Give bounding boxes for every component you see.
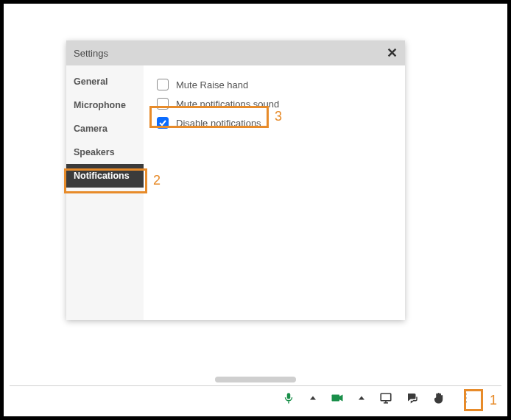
settings-content: Mute Raise hand Mute notifications sound…	[144, 65, 405, 320]
camera-icon[interactable]	[331, 391, 344, 405]
checkbox-mute-raise-hand[interactable]	[157, 79, 169, 90]
microphone-icon[interactable]	[282, 391, 295, 405]
settings-panel-body: General Microphone Camera Speakers Notif…	[66, 65, 405, 320]
settings-sidebar: General Microphone Camera Speakers Notif…	[66, 65, 144, 320]
option-disable-notifications: Disable notifications	[155, 114, 393, 132]
sidebar-item-general[interactable]: General	[66, 70, 144, 93]
sidebar-item-microphone[interactable]: Microphone	[66, 93, 144, 117]
sidebar-item-label: Microphone	[74, 100, 126, 110]
option-label: Mute Raise hand	[176, 79, 248, 90]
resize-handle[interactable]	[215, 377, 296, 382]
settings-panel-title: Settings	[74, 48, 108, 59]
svg-rect-5	[381, 394, 391, 401]
sidebar-item-speakers[interactable]: Speakers	[66, 140, 144, 164]
app-canvas: Settings ✕ General Microphone Camera Spe…	[4, 4, 507, 416]
bottom-toolbar	[10, 385, 501, 409]
caret-up-icon[interactable]	[309, 391, 317, 405]
checkbox-mute-notifications-sound[interactable]	[157, 98, 169, 110]
screen-share-icon[interactable]	[379, 391, 392, 405]
caret-up-icon[interactable]	[357, 391, 366, 405]
sidebar-item-label: Speakers	[74, 147, 115, 157]
checkbox-disable-notifications[interactable]	[157, 117, 169, 129]
svg-marker-1	[310, 396, 316, 399]
option-label: Mute notifications sound	[176, 99, 279, 110]
svg-rect-2	[332, 394, 340, 401]
sidebar-item-label: General	[74, 76, 108, 87]
svg-point-8	[465, 393, 467, 395]
raise-hand-icon[interactable]	[432, 391, 445, 405]
svg-rect-0	[288, 401, 289, 403]
chat-icon[interactable]	[406, 391, 419, 405]
settings-panel-header: Settings ✕	[66, 40, 405, 65]
option-mute-notifications-sound: Mute notifications sound	[155, 95, 393, 113]
sidebar-item-notifications[interactable]: Notifications	[66, 164, 144, 188]
sidebar-item-label: Camera	[74, 124, 108, 134]
sidebar-item-camera[interactable]: Camera	[66, 117, 144, 140]
svg-point-9	[465, 396, 467, 399]
more-options-icon[interactable]	[459, 391, 472, 405]
settings-panel: Settings ✕ General Microphone Camera Spe…	[66, 40, 405, 320]
close-icon[interactable]: ✕	[387, 45, 398, 61]
svg-marker-4	[359, 396, 364, 399]
svg-marker-3	[339, 394, 343, 401]
svg-point-10	[465, 400, 467, 402]
sidebar-item-label: Notifications	[74, 171, 130, 181]
option-label: Disable notifications	[176, 118, 261, 129]
option-mute-raise-hand: Mute Raise hand	[155, 76, 393, 93]
